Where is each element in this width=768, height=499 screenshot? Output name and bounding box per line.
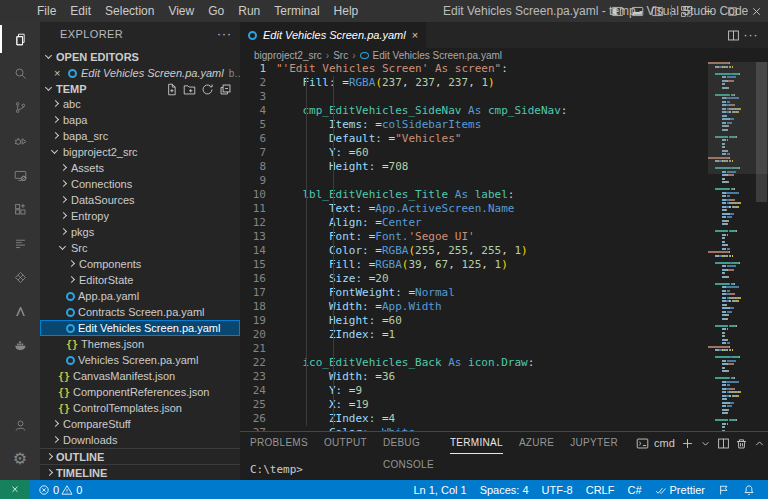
menu-view[interactable]: View bbox=[161, 0, 201, 22]
activitybar-accounts[interactable] bbox=[0, 408, 40, 442]
collapse-all-icon[interactable] bbox=[216, 82, 234, 96]
customize-layout-icon[interactable] bbox=[676, 0, 696, 22]
more-actions-icon[interactable]: ··· bbox=[742, 28, 760, 42]
tree-item-downloads[interactable]: Downloads bbox=[40, 432, 240, 448]
breadcrumb-item[interactable]: Src bbox=[333, 50, 348, 61]
new-file-icon[interactable] bbox=[162, 82, 180, 96]
outline-section-header[interactable]: OUTLINE bbox=[40, 448, 240, 464]
activitybar-power-platform[interactable] bbox=[0, 260, 40, 294]
tree-item-assets[interactable]: Assets bbox=[40, 160, 240, 176]
minimap-line bbox=[708, 402, 754, 404]
open-editors-header[interactable]: OPEN EDITORS bbox=[40, 49, 240, 65]
status-eol[interactable]: CRLF bbox=[586, 484, 615, 496]
tree-item-label: Downloads bbox=[63, 434, 117, 446]
menu-selection[interactable]: Selection bbox=[98, 0, 161, 22]
tree-item-vehicles-screen-pa-yaml[interactable]: Vehicles Screen.pa.yaml bbox=[40, 352, 240, 368]
tree-item-datasources[interactable]: DataSources bbox=[40, 192, 240, 208]
tree-item-editorstate[interactable]: EditorState bbox=[40, 272, 240, 288]
panel-tab-azure[interactable]: AZURE bbox=[519, 432, 554, 454]
refresh-icon[interactable] bbox=[198, 82, 216, 96]
tree-item-componentreferences-json[interactable]: {}ComponentReferences.json bbox=[40, 384, 240, 400]
tree-item-app-pa-yaml[interactable]: App.pa.yaml bbox=[40, 288, 240, 304]
breadcrumb-item[interactable]: Edit Vehicles Screen.pa.yaml bbox=[360, 50, 503, 61]
tree-item-connections[interactable]: Connections bbox=[40, 176, 240, 192]
tree-item-comparestuff[interactable]: CompareStuff bbox=[40, 416, 240, 432]
code-line-text: cmp_EditVehicles_SideNav As cmp_SideNav: bbox=[276, 104, 567, 118]
panel-tab-debug-console[interactable]: DEBUG CONSOLE bbox=[383, 432, 434, 454]
activitybar-extensions[interactable] bbox=[0, 192, 40, 226]
tree-item-bapa[interactable]: bapa bbox=[40, 112, 240, 128]
toggle-panel-icon[interactable] bbox=[627, 0, 647, 22]
terminal-content[interactable]: C:\temp> bbox=[240, 454, 768, 476]
code-editor[interactable]: 1"'Edit Vehicles Screen' As screen":2 Fi… bbox=[240, 62, 700, 431]
terminal-dropdown-icon[interactable] bbox=[697, 434, 715, 452]
tree-item-abc[interactable]: abc bbox=[40, 96, 240, 112]
tree-item-entropy[interactable]: Entropy bbox=[40, 208, 240, 224]
menu-terminal[interactable]: Terminal bbox=[267, 0, 326, 22]
tree-item-canvasmanifest-json[interactable]: {}CanvasManifest.json bbox=[40, 368, 240, 384]
status-cursor-position[interactable]: Ln 1, Col 1 bbox=[413, 484, 466, 496]
timeline-section-header[interactable]: TIMELINE bbox=[40, 464, 240, 480]
activitybar-remote-explorer[interactable] bbox=[0, 158, 40, 192]
tree-item-edit-vehicles-screen-pa-yaml[interactable]: Edit Vehicles Screen.pa.yaml bbox=[40, 320, 240, 336]
tree-item-themes-json[interactable]: {}Themes.json bbox=[40, 336, 240, 352]
menu-bar: FileEditSelectionViewGoRunTerminalHelp bbox=[30, 0, 365, 22]
remote-indicator[interactable] bbox=[0, 480, 30, 499]
status-indentation[interactable]: Spaces: 4 bbox=[480, 484, 529, 496]
breadcrumb-item[interactable]: bigproject2_src bbox=[254, 50, 322, 61]
activitybar-explorer[interactable] bbox=[0, 22, 40, 56]
shell-name[interactable]: cmd bbox=[654, 437, 675, 449]
status-language-mode[interactable]: C# bbox=[627, 484, 641, 496]
status-encoding[interactable]: UTF-8 bbox=[542, 484, 573, 496]
menu-run[interactable]: Run bbox=[231, 0, 267, 22]
split-terminal-icon[interactable] bbox=[715, 434, 733, 452]
explorer-more-actions-icon[interactable]: ··· bbox=[217, 27, 232, 41]
tree-item-bapa-src[interactable]: bapa_src bbox=[40, 128, 240, 144]
panel-tab-jupyter[interactable]: JUPYTER bbox=[570, 432, 618, 454]
tree-item-bigproject2-src[interactable]: bigproject2_src bbox=[40, 144, 240, 160]
split-editor-icon[interactable] bbox=[724, 28, 742, 42]
tab-edit-vehicles-screen[interactable]: Edit Vehicles Screen.pa.yaml × bbox=[240, 22, 426, 48]
folder-section-header[interactable]: TEMP bbox=[40, 81, 240, 97]
tree-item-components[interactable]: Components bbox=[40, 256, 240, 272]
editor-scrollbar[interactable] bbox=[756, 62, 767, 202]
tree-item-pkgs[interactable]: pkgs bbox=[40, 224, 240, 240]
menu-help[interactable]: Help bbox=[327, 0, 366, 22]
menu-go[interactable]: Go bbox=[201, 0, 231, 22]
terminal-icon[interactable] bbox=[634, 434, 652, 452]
tree-item-src[interactable]: Src bbox=[40, 240, 240, 256]
new-terminal-icon[interactable] bbox=[679, 434, 697, 452]
toggle-sidebar-icon[interactable] bbox=[607, 0, 627, 22]
editor-tab-bar: Edit Vehicles Screen.pa.yaml × ··· bbox=[240, 22, 768, 48]
activitybar-output-list[interactable] bbox=[0, 226, 40, 260]
close-editor-icon[interactable]: × bbox=[54, 67, 68, 79]
tree-item-contracts-screen-pa-yaml[interactable]: Contracts Screen.pa.yaml bbox=[40, 304, 240, 320]
menu-file[interactable]: File bbox=[30, 0, 63, 22]
tree-item-controltemplates-json[interactable]: {}ControlTemplates.json bbox=[40, 400, 240, 416]
status-notifications[interactable] bbox=[743, 484, 755, 496]
activitybar-run-and-debug[interactable] bbox=[0, 124, 40, 158]
new-folder-icon[interactable] bbox=[180, 82, 198, 96]
status-feedback[interactable] bbox=[718, 484, 730, 496]
maximize-panel-icon[interactable] bbox=[751, 434, 768, 452]
panel-tab-problems[interactable]: PROBLEMS bbox=[250, 432, 308, 454]
problems-status[interactable]: 0 0 bbox=[38, 484, 84, 496]
panel-tab-output[interactable]: OUTPUT bbox=[324, 432, 367, 454]
activitybar-source-control[interactable] bbox=[0, 90, 40, 124]
close-tab-icon[interactable]: × bbox=[412, 29, 418, 41]
kill-terminal-icon[interactable] bbox=[733, 434, 751, 452]
panel-tab-terminal[interactable]: TERMINAL bbox=[450, 432, 503, 454]
minimap-line bbox=[708, 395, 754, 397]
maximize-button[interactable] bbox=[720, 0, 744, 22]
minimize-button[interactable] bbox=[696, 0, 720, 22]
close-button[interactable] bbox=[744, 0, 768, 22]
activitybar-azure[interactable] bbox=[0, 294, 40, 328]
menu-edit[interactable]: Edit bbox=[63, 0, 98, 22]
open-editor-item[interactable]: × Edit Vehicles Screen.pa.yaml bigproj..… bbox=[40, 65, 240, 81]
activitybar-search[interactable] bbox=[0, 56, 40, 90]
activitybar-docker[interactable] bbox=[0, 328, 40, 362]
minimap-line bbox=[708, 209, 754, 211]
toggle-secondary-sidebar-icon[interactable] bbox=[647, 0, 667, 22]
status-formatter[interactable]: Prettier bbox=[655, 484, 705, 496]
activitybar-settings-gear[interactable]: ⚙ bbox=[0, 442, 40, 476]
